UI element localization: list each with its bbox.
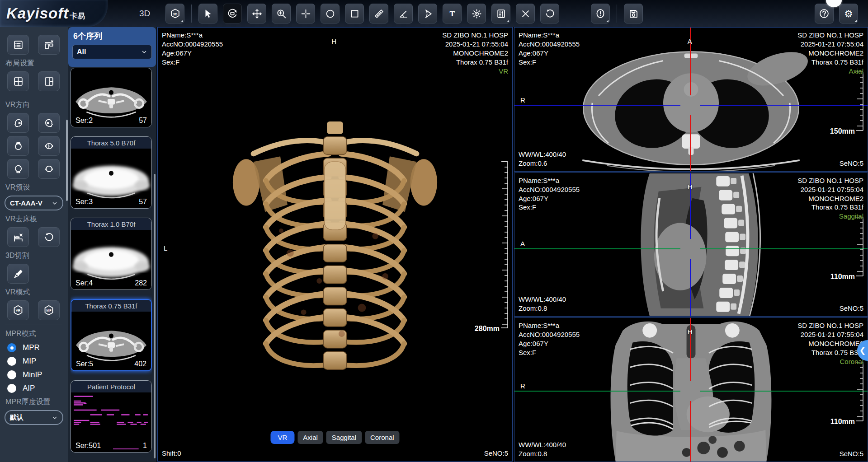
view-button-vr[interactable]: VR <box>270 431 294 444</box>
sidebar-button-row <box>0 35 68 55</box>
crosshair-vertical-red[interactable] <box>690 28 691 171</box>
cube-3d-button[interactable]: 3D <box>165 4 184 23</box>
head-top-icon <box>13 140 24 152</box>
series-card[interactable]: Thorax 1.0 B70f Ser:4282 <box>71 218 152 290</box>
coronal-viewport[interactable]: PName:S***aAccNO:0004920555Age:067YSex:F… <box>514 317 868 462</box>
axial-viewport[interactable]: PName:S***aAccNO:0004920555Age:067YSex:F… <box>514 27 868 172</box>
head-top-button[interactable] <box>7 136 29 156</box>
orientation-top-label: H <box>331 37 336 45</box>
mpr-viewport-column: PName:S***aAccNO:0004920555Age:067YSex:F… <box>514 27 868 462</box>
head-right-button[interactable] <box>38 113 60 133</box>
study-info-overlay: SD ZIBO NO.1 HOSP2025-01-21 07:55:04MONO… <box>442 31 508 76</box>
radio-unchecked-icon[interactable] <box>7 384 16 393</box>
sidebar-button-row <box>0 159 68 179</box>
head-ears-button[interactable] <box>38 136 60 156</box>
patient-info-overlay: PName:S***aAccNO:0004920555Age:067YSex:F <box>519 31 580 67</box>
window-level-button[interactable] <box>491 4 510 23</box>
series-card[interactable]: Patient Protocol Ser:5011 <box>71 380 152 453</box>
vr-badge-button[interactable]: VR <box>7 300 29 320</box>
layout-list-icon <box>13 39 24 51</box>
delete-button[interactable] <box>516 4 535 23</box>
scale-ruler: 150mm <box>850 71 864 131</box>
mpr-mode-option-minip[interactable]: MinIP <box>7 370 68 379</box>
alert-button[interactable] <box>591 4 610 23</box>
grid-2x2-button[interactable] <box>7 71 29 91</box>
bed-remove-button[interactable] <box>7 227 29 247</box>
overlay-text-line: MONOCHROME2 <box>797 194 863 203</box>
orientation-left-label: R <box>520 96 525 104</box>
mpr-mode-option-mip[interactable]: MIP <box>7 357 68 366</box>
radio-checked-icon[interactable] <box>7 343 16 352</box>
head-front-button[interactable] <box>38 159 60 179</box>
study-info-overlay: SD ZIBO NO.1 HOSP2025-01-21 07:55:04MONO… <box>797 321 863 366</box>
head-back-button[interactable] <box>7 159 29 179</box>
crosshair-horizontal-green[interactable] <box>514 391 868 392</box>
mpr-mode-option-mpr[interactable]: MPR <box>7 343 68 352</box>
series-filter-select[interactable]: All <box>72 45 152 59</box>
overlay-text-line: 2025-01-21 07:55:04 <box>797 185 863 194</box>
vr-main-viewport[interactable]: PName:S***aAccNO:0004920555Age:067YSex:F… <box>157 27 513 462</box>
ellipse-button[interactable] <box>321 4 340 23</box>
reset-button[interactable] <box>38 227 60 247</box>
rectangle-button[interactable] <box>345 4 364 23</box>
save-icon <box>628 8 639 19</box>
text-annotation-button[interactable]: T <box>443 4 462 23</box>
head-back-icon <box>13 163 24 175</box>
overlay-text-line: Zoom:0.8 <box>519 449 566 458</box>
radio-unchecked-icon[interactable] <box>7 370 16 379</box>
series-scrollbar[interactable] <box>154 174 156 458</box>
pan-button[interactable] <box>247 4 266 23</box>
ruler-button[interactable] <box>369 4 388 23</box>
layout-split-button[interactable] <box>38 71 60 91</box>
zoom-in-button[interactable] <box>272 4 291 23</box>
series-card[interactable]: Thorax 5.0 B70f Ser:357 <box>71 136 152 209</box>
crosshair-button[interactable] <box>296 4 315 23</box>
series-card[interactable]: Ser:257 <box>71 68 152 127</box>
orientation-left-label: L <box>164 244 167 252</box>
mpr-thickness-select[interactable]: 默认 <box>5 410 63 425</box>
vr-preset-select[interactable]: CT-AAA-V <box>5 196 63 210</box>
overlay-text-line: 2025-01-21 07:55:04 <box>797 330 863 339</box>
angle-button[interactable] <box>394 4 413 23</box>
crosshair-vertical-red[interactable] <box>690 318 691 462</box>
overlay-text-line: Sex:F <box>162 58 223 67</box>
sidebar-section-label: VR模式 <box>5 288 68 297</box>
cursor-button[interactable] <box>198 4 217 23</box>
sidebar-button-row <box>0 264 68 284</box>
crosshair-vertical-blue[interactable] <box>690 173 691 317</box>
sidebar-scrollbar[interactable] <box>66 120 68 201</box>
sidebar-button-row: VRMIP <box>0 300 68 320</box>
rotate-3d-button[interactable] <box>223 4 242 23</box>
series-image-count: 1 <box>143 442 147 450</box>
layout-list-button[interactable] <box>7 35 29 55</box>
head-left-button[interactable] <box>7 113 29 133</box>
radio-label: MPR <box>23 343 40 352</box>
overlay-text-line: SD ZIBO NO.1 HOSP <box>442 31 508 40</box>
plane-label: Coronal <box>797 357 863 366</box>
layout-remove-button[interactable] <box>38 35 60 55</box>
mip-badge-button[interactable]: MIP <box>38 300 60 320</box>
series-card[interactable]: Thorax 0.75 B31f Ser:5402 <box>71 299 152 371</box>
view-button-coronal[interactable]: Coronal <box>365 431 400 444</box>
save-button[interactable] <box>624 4 643 23</box>
mpr-mode-option-aip[interactable]: AIP <box>7 384 68 393</box>
crosshair-horizontal-blue[interactable] <box>514 105 868 106</box>
view-button-axial[interactable]: Axial <box>297 431 323 444</box>
brightness-button[interactable] <box>467 4 486 23</box>
scalpel-button[interactable] <box>7 264 29 284</box>
sidebar-button-row <box>0 113 68 133</box>
layout-split-icon <box>43 76 55 87</box>
radio-unchecked-icon[interactable] <box>7 357 16 366</box>
settings-button[interactable]: ⚙ <box>839 4 858 23</box>
cobb-angle-button[interactable] <box>418 4 437 23</box>
window-level-overlay: WW/WL:400/40Zoom:0.8 <box>519 440 566 458</box>
scale-ruler: 280mm <box>495 161 509 329</box>
view-button-saggital[interactable]: Saggital <box>326 431 362 444</box>
mode-label: 3D <box>139 9 150 19</box>
reset-button[interactable] <box>540 4 559 23</box>
scale-ruler: 110mm <box>850 216 864 277</box>
saggital-viewport[interactable]: PName:S***aAccNO:0004920555Age:067YSex:F… <box>514 173 868 317</box>
series-count-label: 6个序列 <box>73 31 152 42</box>
vr-preset-value: CT-AAA-V <box>10 199 42 207</box>
crosshair-horizontal-green[interactable] <box>514 248 868 249</box>
